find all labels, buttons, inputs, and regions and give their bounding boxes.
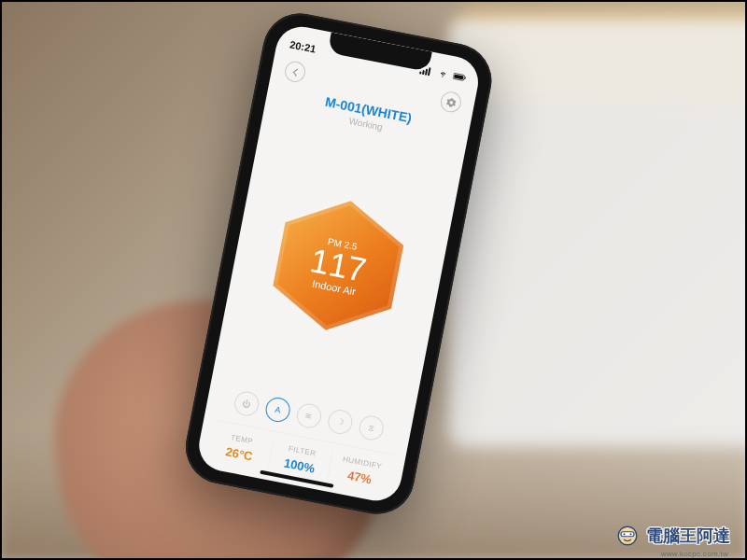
status-time: 20:21 xyxy=(289,38,317,54)
back-button[interactable] xyxy=(283,60,307,84)
watermark-logo-icon xyxy=(614,523,641,549)
svg-rect-6 xyxy=(621,532,634,537)
mode-power-button[interactable]: ⏻ xyxy=(233,389,261,417)
settings-button[interactable] xyxy=(439,90,463,114)
mode-timer-button[interactable]: ⧖ xyxy=(357,413,385,441)
mode-sleep-button[interactable]: ☽ xyxy=(326,408,354,436)
watermark: 電腦王阿達 xyxy=(614,523,730,549)
watermark-text: 電腦王阿達 xyxy=(646,525,730,547)
svg-point-8 xyxy=(629,533,631,535)
mode-fan-button[interactable]: ≋ xyxy=(295,401,323,429)
background-product xyxy=(448,19,747,448)
chevron-left-icon xyxy=(290,67,301,77)
wifi-icon xyxy=(436,68,451,79)
stat-humidify: HUMIDIFY 47% xyxy=(329,453,393,490)
mode-auto-button[interactable]: A xyxy=(263,396,291,424)
watermark-url: www.kocpc.com.tw xyxy=(661,550,728,558)
stat-temp: TEMP 26°C xyxy=(208,429,274,467)
status-right xyxy=(419,64,467,82)
gear-icon xyxy=(444,96,457,108)
reading-display: PM 2.5 117 Indoor Air xyxy=(212,109,466,418)
svg-point-7 xyxy=(623,533,625,535)
reading-hexagon: PM 2.5 117 Indoor Air xyxy=(256,184,420,348)
battery-icon xyxy=(452,71,467,82)
